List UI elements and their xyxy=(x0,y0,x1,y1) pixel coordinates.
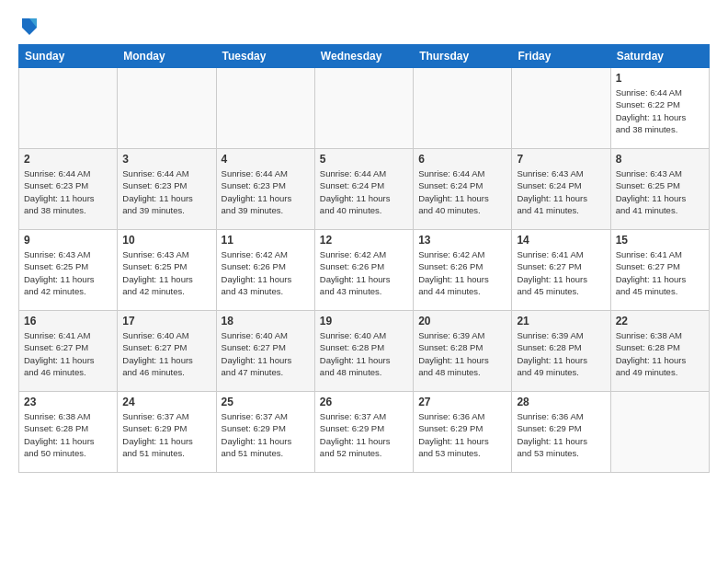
day-info: Sunrise: 6:41 AM Sunset: 6:27 PM Dayligh… xyxy=(517,248,605,297)
day-info: Sunrise: 6:40 AM Sunset: 6:27 PM Dayligh… xyxy=(122,329,210,378)
calendar-cell xyxy=(610,392,709,473)
day-info: Sunrise: 6:36 AM Sunset: 6:29 PM Dayligh… xyxy=(418,410,506,459)
calendar-cell: 11Sunrise: 6:42 AM Sunset: 6:26 PM Dayli… xyxy=(216,230,314,311)
calendar-week-2: 9Sunrise: 6:43 AM Sunset: 6:25 PM Daylig… xyxy=(19,230,710,311)
calendar-cell xyxy=(314,68,413,149)
day-number: 21 xyxy=(517,315,605,327)
calendar-week-0: 1Sunrise: 6:44 AM Sunset: 6:22 PM Daylig… xyxy=(19,68,710,149)
calendar-cell xyxy=(118,68,216,149)
day-number: 26 xyxy=(320,396,408,408)
day-number: 6 xyxy=(418,153,506,166)
day-info: Sunrise: 6:42 AM Sunset: 6:26 PM Dayligh… xyxy=(418,248,506,297)
day-info: Sunrise: 6:37 AM Sunset: 6:29 PM Dayligh… xyxy=(122,410,210,459)
calendar-cell xyxy=(216,68,314,149)
day-number: 23 xyxy=(24,396,112,408)
calendar-cell: 10Sunrise: 6:43 AM Sunset: 6:25 PM Dayli… xyxy=(118,230,216,311)
calendar-cell: 1Sunrise: 6:44 AM Sunset: 6:22 PM Daylig… xyxy=(610,68,709,149)
day-number: 10 xyxy=(122,234,210,247)
calendar-cell: 24Sunrise: 6:37 AM Sunset: 6:29 PM Dayli… xyxy=(118,392,216,473)
day-number: 9 xyxy=(24,234,112,247)
calendar-cell: 9Sunrise: 6:43 AM Sunset: 6:25 PM Daylig… xyxy=(19,230,118,311)
calendar-week-3: 16Sunrise: 6:41 AM Sunset: 6:27 PM Dayli… xyxy=(19,311,710,392)
calendar-week-1: 2Sunrise: 6:44 AM Sunset: 6:23 PM Daylig… xyxy=(19,149,710,230)
day-info: Sunrise: 6:36 AM Sunset: 6:29 PM Dayligh… xyxy=(517,410,605,459)
day-info: Sunrise: 6:38 AM Sunset: 6:28 PM Dayligh… xyxy=(24,410,112,459)
calendar-cell: 6Sunrise: 6:44 AM Sunset: 6:24 PM Daylig… xyxy=(414,149,512,230)
calendar-cell xyxy=(414,68,512,149)
calendar-header-friday: Friday xyxy=(512,45,610,68)
day-number: 28 xyxy=(517,396,605,408)
calendar-header-wednesday: Wednesday xyxy=(314,45,413,68)
calendar-cell: 14Sunrise: 6:41 AM Sunset: 6:27 PM Dayli… xyxy=(512,230,610,311)
day-number: 20 xyxy=(418,315,506,327)
calendar-cell: 7Sunrise: 6:43 AM Sunset: 6:24 PM Daylig… xyxy=(512,149,610,230)
calendar-cell: 3Sunrise: 6:44 AM Sunset: 6:23 PM Daylig… xyxy=(118,149,216,230)
day-number: 13 xyxy=(418,234,506,247)
calendar-cell: 8Sunrise: 6:43 AM Sunset: 6:25 PM Daylig… xyxy=(610,149,709,230)
day-info: Sunrise: 6:40 AM Sunset: 6:28 PM Dayligh… xyxy=(320,329,408,378)
day-number: 5 xyxy=(320,153,408,166)
calendar-cell: 23Sunrise: 6:38 AM Sunset: 6:28 PM Dayli… xyxy=(19,392,118,473)
day-info: Sunrise: 6:41 AM Sunset: 6:27 PM Dayligh… xyxy=(24,329,112,378)
day-number: 24 xyxy=(122,396,210,408)
day-number: 27 xyxy=(418,396,506,408)
calendar-cell: 21Sunrise: 6:39 AM Sunset: 6:28 PM Dayli… xyxy=(512,311,610,392)
calendar-cell: 15Sunrise: 6:41 AM Sunset: 6:27 PM Dayli… xyxy=(610,230,709,311)
logo xyxy=(18,15,39,37)
calendar-cell: 13Sunrise: 6:42 AM Sunset: 6:26 PM Dayli… xyxy=(414,230,512,311)
day-info: Sunrise: 6:43 AM Sunset: 6:25 PM Dayligh… xyxy=(122,248,210,297)
logo-icon xyxy=(20,15,39,37)
day-info: Sunrise: 6:44 AM Sunset: 6:23 PM Dayligh… xyxy=(122,167,210,216)
day-info: Sunrise: 6:37 AM Sunset: 6:29 PM Dayligh… xyxy=(222,410,310,459)
calendar-header-sunday: Sunday xyxy=(19,45,118,68)
calendar-header-monday: Monday xyxy=(118,45,216,68)
calendar-cell: 26Sunrise: 6:37 AM Sunset: 6:29 PM Dayli… xyxy=(314,392,413,473)
calendar-cell: 12Sunrise: 6:42 AM Sunset: 6:26 PM Dayli… xyxy=(314,230,413,311)
calendar-header-row: SundayMondayTuesdayWednesdayThursdayFrid… xyxy=(19,45,710,68)
day-info: Sunrise: 6:44 AM Sunset: 6:23 PM Dayligh… xyxy=(222,167,310,216)
day-info: Sunrise: 6:44 AM Sunset: 6:23 PM Dayligh… xyxy=(24,167,112,216)
day-info: Sunrise: 6:39 AM Sunset: 6:28 PM Dayligh… xyxy=(517,329,605,378)
day-info: Sunrise: 6:43 AM Sunset: 6:24 PM Dayligh… xyxy=(517,167,605,216)
day-number: 16 xyxy=(24,315,112,327)
day-number: 14 xyxy=(517,234,605,247)
day-number: 18 xyxy=(222,315,310,327)
day-info: Sunrise: 6:43 AM Sunset: 6:25 PM Dayligh… xyxy=(24,248,112,297)
day-number: 25 xyxy=(222,396,310,408)
day-info: Sunrise: 6:37 AM Sunset: 6:29 PM Dayligh… xyxy=(320,410,408,459)
day-info: Sunrise: 6:44 AM Sunset: 6:22 PM Dayligh… xyxy=(616,86,704,135)
calendar-header-saturday: Saturday xyxy=(610,45,709,68)
day-number: 4 xyxy=(222,153,310,166)
day-info: Sunrise: 6:41 AM Sunset: 6:27 PM Dayligh… xyxy=(616,248,704,297)
day-info: Sunrise: 6:39 AM Sunset: 6:28 PM Dayligh… xyxy=(418,329,506,378)
day-number: 17 xyxy=(122,315,210,327)
calendar-cell: 16Sunrise: 6:41 AM Sunset: 6:27 PM Dayli… xyxy=(19,311,118,392)
page: SundayMondayTuesdayWednesdayThursdayFrid… xyxy=(0,0,728,563)
day-info: Sunrise: 6:43 AM Sunset: 6:25 PM Dayligh… xyxy=(616,167,704,216)
calendar-cell xyxy=(19,68,118,149)
calendar-cell xyxy=(512,68,610,149)
day-number: 22 xyxy=(616,315,704,327)
calendar-cell: 25Sunrise: 6:37 AM Sunset: 6:29 PM Dayli… xyxy=(216,392,314,473)
day-info: Sunrise: 6:44 AM Sunset: 6:24 PM Dayligh… xyxy=(418,167,506,216)
calendar-cell: 4Sunrise: 6:44 AM Sunset: 6:23 PM Daylig… xyxy=(216,149,314,230)
calendar-cell: 27Sunrise: 6:36 AM Sunset: 6:29 PM Dayli… xyxy=(414,392,512,473)
calendar-cell: 5Sunrise: 6:44 AM Sunset: 6:24 PM Daylig… xyxy=(314,149,413,230)
day-number: 7 xyxy=(517,153,605,166)
header xyxy=(18,15,710,37)
calendar-week-4: 23Sunrise: 6:38 AM Sunset: 6:28 PM Dayli… xyxy=(19,392,710,473)
day-number: 8 xyxy=(616,153,704,166)
day-number: 11 xyxy=(222,234,310,247)
day-info: Sunrise: 6:44 AM Sunset: 6:24 PM Dayligh… xyxy=(320,167,408,216)
day-number: 1 xyxy=(616,72,704,85)
calendar-cell: 19Sunrise: 6:40 AM Sunset: 6:28 PM Dayli… xyxy=(314,311,413,392)
day-number: 12 xyxy=(320,234,408,247)
calendar-cell: 22Sunrise: 6:38 AM Sunset: 6:28 PM Dayli… xyxy=(610,311,709,392)
day-number: 19 xyxy=(320,315,408,327)
day-info: Sunrise: 6:42 AM Sunset: 6:26 PM Dayligh… xyxy=(320,248,408,297)
day-info: Sunrise: 6:38 AM Sunset: 6:28 PM Dayligh… xyxy=(616,329,704,378)
calendar: SundayMondayTuesdayWednesdayThursdayFrid… xyxy=(18,44,710,473)
calendar-header-thursday: Thursday xyxy=(414,45,512,68)
calendar-cell: 20Sunrise: 6:39 AM Sunset: 6:28 PM Dayli… xyxy=(414,311,512,392)
calendar-cell: 28Sunrise: 6:36 AM Sunset: 6:29 PM Dayli… xyxy=(512,392,610,473)
